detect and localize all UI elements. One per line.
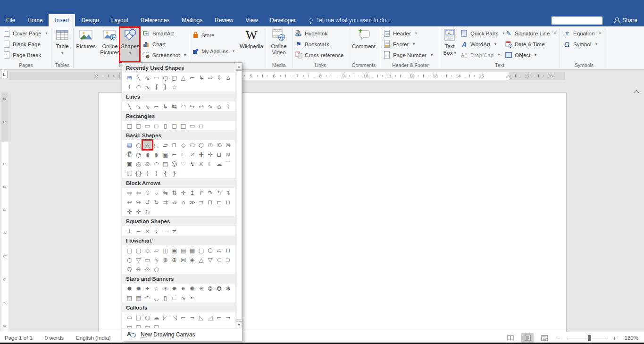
shape-cell[interactable]: ↩	[125, 198, 134, 206]
shape-cell[interactable]: ⊓	[170, 141, 179, 149]
shape-cell[interactable]: ↻	[143, 207, 152, 216]
scroll-down-icon[interactable]: ▼	[236, 321, 242, 328]
shape-cell[interactable]: ○	[125, 255, 134, 264]
shape-cell[interactable]: ▤	[125, 73, 134, 82]
shape-cell[interactable]: ↹	[170, 102, 179, 110]
shape-cell[interactable]: ✴	[179, 284, 188, 293]
shape-cell[interactable]: ⌒	[224, 159, 233, 168]
shape-cell[interactable]: △	[197, 255, 206, 264]
shape-cell[interactable]: ↩	[197, 102, 206, 110]
comment-button[interactable]: Comment	[350, 27, 377, 50]
shape-cell[interactable]: ▭	[152, 73, 161, 82]
shape-cell[interactable]: ⊂	[215, 255, 224, 264]
shape-cell[interactable]: }	[170, 169, 179, 177]
shape-cell[interactable]: ◠	[143, 294, 152, 302]
shape-cell[interactable]: ⊖	[134, 265, 143, 273]
shape-cell[interactable]: ⇦	[134, 188, 143, 197]
shape-cell[interactable]: ◇	[143, 246, 152, 254]
shape-cell[interactable]: {	[161, 169, 170, 177]
shape-cell[interactable]: ↺	[143, 198, 152, 206]
shape-cell[interactable]: ▯	[161, 294, 170, 302]
shape-cell[interactable]: ⊔	[215, 150, 224, 159]
pictures-button[interactable]: Pictures	[75, 27, 97, 50]
shape-cell[interactable]: ◻	[197, 121, 206, 130]
shape-cell[interactable]: ⑫	[125, 150, 134, 159]
screenshot-button[interactable]: Screenshot	[142, 50, 187, 60]
shape-cell[interactable]: ▱	[161, 141, 170, 149]
shape-cell[interactable]: ◠	[179, 102, 188, 110]
shape-cell[interactable]: =	[161, 227, 170, 235]
store-button[interactable]: Store	[191, 30, 216, 40]
footer-button[interactable]: Footer	[382, 39, 416, 49]
shape-cell[interactable]: ◺	[197, 313, 206, 321]
shape-cell[interactable]: ○	[161, 73, 170, 82]
shape-cell[interactable]: ◸	[161, 313, 170, 321]
shape-cell[interactable]: ∟	[179, 150, 188, 159]
shape-cell[interactable]: ◠	[152, 159, 161, 168]
shape-cell[interactable]: ✜	[125, 207, 134, 216]
scrollbar-thumb[interactable]	[236, 70, 242, 319]
shape-cell[interactable]: ⊏	[170, 294, 179, 302]
shape-cell[interactable]: ⌇	[224, 102, 233, 110]
page-break-button[interactable]: Page Break	[2, 50, 42, 60]
shape-cell[interactable]: ╲	[134, 73, 143, 82]
search-input[interactable]	[552, 17, 602, 25]
shape-cell[interactable]: ○	[152, 265, 161, 273]
shape-cell[interactable]: ◠	[134, 83, 143, 91]
my-addins-button[interactable]: My Add-ins	[191, 46, 235, 56]
zoom-level[interactable]: 130%	[622, 335, 638, 341]
shape-cell[interactable]: ◡	[152, 294, 161, 302]
shape-cell[interactable]: ◹	[170, 313, 179, 321]
shape-cell[interactable]: ⑦	[206, 141, 215, 149]
shape-cell[interactable]: ⌐	[179, 313, 188, 321]
shape-cell[interactable]: ⇩	[152, 188, 161, 197]
drop-cap-button[interactable]: A Drop Cap	[460, 50, 501, 60]
shape-cell[interactable]: ▭	[125, 313, 134, 321]
shape-cell[interactable]: Q	[125, 265, 134, 273]
shape-cell[interactable]: ◗	[152, 150, 161, 159]
shape-cell[interactable]: ⊏	[215, 198, 224, 206]
object-button[interactable]: Object	[504, 50, 537, 60]
shape-cell-isosceles-triangle-highlighted[interactable]: △	[143, 141, 152, 149]
shape-cell[interactable]: ✶	[161, 284, 170, 293]
shape-cell[interactable]: {}	[134, 169, 143, 177]
shape-cell[interactable]: ✛	[134, 207, 143, 216]
shape-cell[interactable]: ∿	[179, 294, 188, 302]
shape-cell[interactable]: ▤	[179, 246, 188, 254]
shape-cell[interactable]: ▤	[125, 141, 134, 149]
shape-cell[interactable]: ⇉	[161, 198, 170, 206]
shape-cell[interactable]: ⊔	[224, 198, 233, 206]
shape-cell[interactable]: ▤	[161, 159, 170, 168]
zoom-out-icon[interactable]: −	[555, 335, 562, 342]
equation-button[interactable]: π Equation	[562, 28, 602, 38]
shape-cell[interactable]: }	[161, 83, 170, 91]
shape-cell[interactable]: (	[143, 169, 152, 177]
shape-cell[interactable]: ⇘	[143, 73, 152, 82]
shape-cell[interactable]: ⌐	[170, 150, 179, 159]
shape-cell[interactable]: ○	[143, 313, 152, 321]
shape-cell[interactable]: ☺	[170, 159, 179, 168]
shape-cell[interactable]: ☁	[152, 313, 161, 321]
shape-cell[interactable]: ⌂	[179, 198, 188, 206]
shape-cell[interactable]: ✳	[197, 284, 206, 293]
shape-cell[interactable]: ⇅	[170, 188, 179, 197]
shape-cell[interactable]: ⬡	[206, 246, 215, 254]
right-indent-marker[interactable]	[506, 76, 510, 79]
shape-cell[interactable]: ⑧	[215, 141, 224, 149]
shape-cell[interactable]: ⊓	[224, 246, 233, 254]
shape-cell[interactable]: ☼	[197, 159, 206, 168]
shape-cell[interactable]: ↘	[134, 102, 143, 110]
shape-cell[interactable]: ⊗	[161, 255, 170, 264]
word-count-status[interactable]: 0 words	[45, 335, 64, 341]
shape-cell[interactable]: ☾	[206, 159, 215, 168]
shape-cell[interactable]: ⌐	[188, 73, 197, 82]
tab-developer[interactable]: Developer	[264, 14, 302, 26]
shape-cell[interactable]: ⊓	[206, 198, 215, 206]
shape-cell[interactable]: ↳	[197, 73, 206, 82]
tab-layout[interactable]: Layout	[105, 14, 134, 26]
shape-cell[interactable]: ▭	[143, 255, 152, 264]
shape-cell[interactable]: ⬠	[188, 141, 197, 149]
shape-cell[interactable]: ⧄	[188, 150, 197, 159]
read-mode-icon[interactable]	[504, 333, 517, 343]
shape-cell[interactable]: □	[179, 121, 188, 130]
